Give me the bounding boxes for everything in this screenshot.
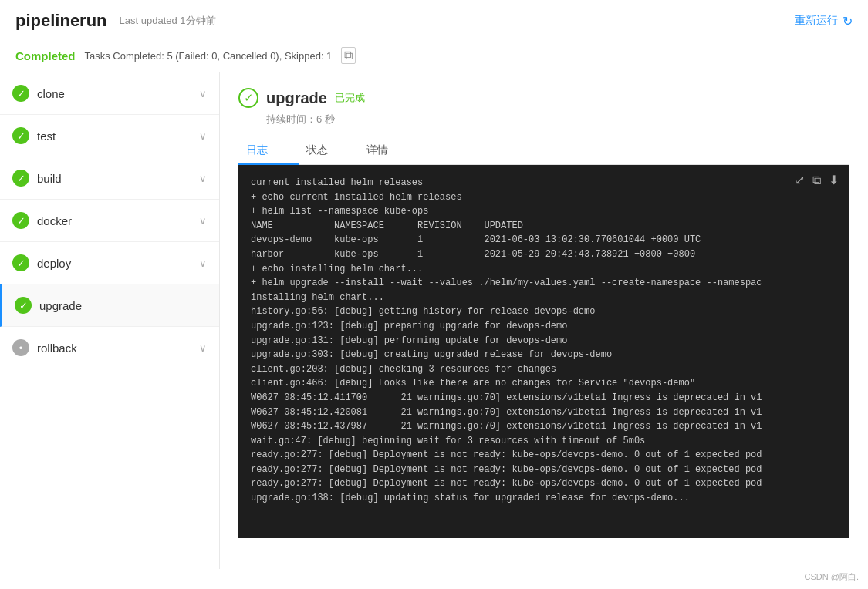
- sidebar-item-docker[interactable]: ✓docker∨: [0, 200, 219, 242]
- rerun-label: 重新运行: [795, 14, 838, 28]
- sidebar-item-upgrade[interactable]: ✓upgrade: [0, 284, 219, 327]
- download-icon[interactable]: ⬇: [829, 173, 839, 187]
- status-icon-build: ✓: [12, 170, 29, 187]
- log-line: + echo current installed helm releases: [251, 190, 837, 205]
- log-line: + helm upgrade --install --wait --values…: [251, 276, 837, 291]
- sidebar-item-rollback[interactable]: •rollback∨: [0, 327, 219, 369]
- detail-panel: ✓ upgrade 已完成 持续时间：6 秒 日志状态详情 ⤢ ⧉ ⬇ curr…: [220, 72, 868, 569]
- task-status-text: 已完成: [335, 91, 365, 105]
- page-title: pipelinerun: [15, 11, 107, 31]
- fullscreen-icon[interactable]: ⤢: [795, 173, 805, 187]
- status-icon-deploy: ✓: [12, 254, 29, 271]
- external-link-icon[interactable]: ⧉: [812, 173, 821, 187]
- pipeline-item-left: ✓build: [12, 170, 62, 187]
- status-icon-test: ✓: [12, 127, 29, 144]
- log-line: upgrade.go:303: [debug] creating upgrade…: [251, 348, 837, 362]
- sidebar-item-deploy[interactable]: ✓deploy∨: [0, 242, 219, 284]
- header-left: pipelinerun Last updated 1分钟前: [15, 11, 216, 31]
- status-icon-rollback: •: [12, 339, 29, 356]
- tab-status[interactable]: 状态: [299, 137, 359, 165]
- tabs: 日志状态详情: [238, 137, 849, 165]
- pipeline-item-name-test: test: [37, 130, 56, 143]
- chevron-down-icon: ∨: [199, 342, 207, 354]
- log-line: ready.go:277: [debug] Deployment is not …: [251, 463, 837, 477]
- pipeline-item-name-upgrade: upgrade: [39, 299, 82, 312]
- log-line: wait.go:47: [debug] beginning wait for 3…: [251, 434, 837, 449]
- tab-logs[interactable]: 日志: [238, 137, 299, 165]
- copy-icon[interactable]: ⧉: [341, 47, 356, 64]
- status-badge: Completed: [15, 49, 76, 62]
- log-line: upgrade.go:123: [debug] preparing upgrad…: [251, 319, 837, 334]
- sidebar-item-build[interactable]: ✓build∨: [0, 157, 219, 200]
- status-icon-docker: ✓: [12, 212, 29, 229]
- pipeline-item-left: •rollback: [12, 339, 77, 356]
- log-line: upgrade.go:131: [debug] performing updat…: [251, 334, 837, 348]
- log-line: + echo installing helm chart...: [251, 262, 837, 277]
- refresh-icon: ↻: [843, 14, 853, 29]
- pipeline-item-left: ✓docker: [12, 212, 72, 229]
- pipeline-item-name-clone: clone: [37, 87, 65, 100]
- log-line: harbor kube-ops 1 2021-05-29 20:42:43.73…: [251, 247, 837, 262]
- chevron-down-icon: ∨: [199, 130, 207, 142]
- last-updated: Last updated 1分钟前: [120, 14, 216, 28]
- status-icon-upgrade: ✓: [15, 297, 32, 314]
- sidebar-item-test[interactable]: ✓test∨: [0, 115, 219, 157]
- status-bar: Completed Tasks Completed: 5 (Failed: 0,…: [0, 39, 868, 72]
- log-line: upgrade.go:138: [debug] updating status …: [251, 491, 837, 506]
- status-icon-clone: ✓: [12, 85, 29, 102]
- log-line: + helm list --namespace kube-ops: [251, 204, 837, 219]
- sidebar-item-clone[interactable]: ✓clone∨: [0, 72, 219, 115]
- log-line: devops-demo kube-ops 1 2021-06-03 13:02:…: [251, 233, 837, 247]
- log-line: history.go:56: [debug] getting history f…: [251, 305, 837, 319]
- header: pipelinerun Last updated 1分钟前 重新运行 ↻: [0, 0, 868, 39]
- log-line: installing helm chart...: [251, 291, 837, 305]
- pipeline-item-left: ✓deploy: [12, 254, 71, 271]
- chevron-down-icon: ∨: [199, 257, 207, 269]
- pipeline-item-name-rollback: rollback: [37, 342, 77, 355]
- tasks-info: Tasks Completed: 5 (Failed: 0, Cancelled…: [85, 50, 333, 62]
- log-line: client.go:466: [debug] Looks like there …: [251, 376, 837, 391]
- pipeline-item-name-build: build: [37, 172, 62, 185]
- sidebar: ✓clone∨✓test∨✓build∨✓docker∨✓deploy∨✓upg…: [0, 72, 220, 569]
- log-line: NAME NAMESPACE REVISION UPDATED: [251, 219, 837, 234]
- pipeline-item-left: ✓test: [12, 127, 56, 144]
- task-title: upgrade: [266, 89, 327, 107]
- pipeline-item-left: ✓clone: [12, 85, 65, 102]
- log-line: current installed helm releases: [251, 176, 837, 190]
- chevron-down-icon: ∨: [199, 173, 207, 184]
- main-content: ✓clone∨✓test∨✓build∨✓docker∨✓deploy∨✓upg…: [0, 72, 868, 569]
- rerun-button[interactable]: 重新运行 ↻: [795, 14, 853, 29]
- log-line: W0627 08:45:12.420081 21 warnings.go:70]…: [251, 406, 837, 420]
- pipeline-item-name-deploy: deploy: [37, 257, 71, 270]
- log-line: ready.go:277: [debug] Deployment is not …: [251, 448, 837, 463]
- log-toolbar: ⤢ ⧉ ⬇: [795, 173, 839, 187]
- log-line: ready.go:277: [debug] Deployment is not …: [251, 476, 837, 491]
- chevron-down-icon: ∨: [199, 88, 207, 99]
- pipeline-item-name-docker: docker: [37, 214, 72, 227]
- log-line: client.go:203: [debug] checking 3 resour…: [251, 362, 837, 377]
- tab-details[interactable]: 详情: [359, 137, 419, 165]
- task-duration: 持续时间：6 秒: [266, 113, 849, 126]
- pipeline-item-left: ✓upgrade: [15, 297, 82, 314]
- chevron-down-icon: ∨: [199, 215, 207, 227]
- task-status-icon: ✓: [238, 88, 258, 108]
- log-line: W0627 08:45:12.437987 21 warnings.go:70]…: [251, 419, 837, 434]
- log-content: current installed helm releases+ echo cu…: [251, 176, 837, 506]
- detail-header: ✓ upgrade 已完成: [238, 88, 849, 108]
- log-line: W0627 08:45:12.411700 21 warnings.go:70]…: [251, 391, 837, 406]
- log-area: ⤢ ⧉ ⬇ current installed helm releases+ e…: [238, 165, 849, 538]
